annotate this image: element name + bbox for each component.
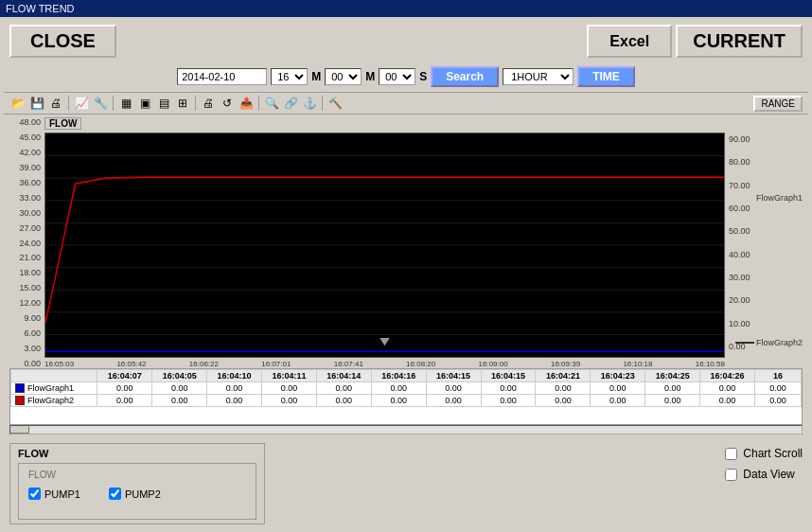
data-view-label: Data View [743,468,794,481]
table-header-t12: 16:04:26 [700,370,755,382]
main-container: CLOSE Excel CURRENT 16 M 00 M 00 S Searc… [0,17,812,532]
date-input[interactable] [177,68,267,85]
separator3 [195,96,196,111]
settings-icon[interactable]: 🔧 [92,95,109,112]
data-table-container: 16:04:07 16:04:05 16:04:10 16:04:11 16:0… [9,368,803,425]
flow-group-title: FLOW [18,448,256,459]
pump2-checkbox[interactable] [109,488,121,500]
pump2-label: PUMP2 [125,488,161,500]
y-axis-left: 48.00 45.00 42.00 39.00 36.00 33.00 30.0… [9,117,43,368]
print-icon[interactable]: 🖨 [47,95,64,112]
data-view-option: Data View [725,468,803,481]
table-header-t1: 16:04:07 [97,370,152,382]
open-icon[interactable]: 📂 [9,95,26,112]
scrollbar-thumb[interactable] [10,426,29,434]
chart-area: 48.00 45.00 42.00 39.00 36.00 33.00 30.0… [9,117,803,368]
minute-select[interactable]: 00 [325,68,362,85]
toolbar: 📂 💾 🖨 📈 🔧 ▦ ▣ ▤ ⊞ 🖨 ↺ 📤 🔍 🔗 ⚓ 🔨 RANGE [4,92,808,115]
link-icon[interactable]: 🔗 [282,95,299,112]
table-row-fg2: FlowGraph2 0.00 0.00 0.00 0.00 0.00 0.00… [11,395,802,407]
flow-inner-left: FLOW PUMP1 PUMP2 [28,470,161,500]
table-header-empty [11,370,97,382]
hour-select[interactable]: 16 [271,68,308,85]
flow-inner: FLOW PUMP1 PUMP2 [18,463,256,520]
refresh-icon[interactable]: ↺ [219,95,236,112]
right-options: Chart Scroll Data View [725,447,803,481]
y-axis-right: 90.00 80.00 70.00 60.00 50.00 40.00 30.0… [727,117,803,368]
table-header-t2: 16:04:05 [152,370,207,382]
save-icon[interactable]: 💾 [28,95,45,112]
second-select[interactable]: 00 [379,68,415,85]
range-button[interactable]: RANGE [753,96,803,112]
top-bar: CLOSE Excel CURRENT [4,21,808,62]
wrench-icon[interactable]: 🔨 [327,95,344,112]
table-header-t6: 16:04:16 [371,370,426,382]
second-label: S [419,70,427,83]
data-view-checkbox[interactable] [725,469,737,481]
pump1-checkbox-label[interactable]: PUMP1 [28,488,80,500]
separator4 [258,96,259,111]
search-bar: 16 M 00 M 00 S Search 1HOUR 30MIN 1DAY T… [4,64,808,89]
bar-chart-icon[interactable]: ▣ [136,95,153,112]
flow-inner-title: FLOW [28,470,161,480]
chart-label: FLOW [44,117,81,130]
search-button[interactable]: Search [431,66,499,87]
chart-scroll-label: Chart Scroll [743,447,803,460]
table-header-t8: 16:04:15 [481,370,536,382]
table-header-t7: 16:04:15 [426,370,481,382]
flow-group: FLOW FLOW PUMP1 PUMP2 [9,443,265,524]
pump1-checkbox[interactable] [28,488,41,500]
interval-select[interactable]: 1HOUR 30MIN 1DAY [503,68,574,85]
table-header-t13: 16 [755,370,802,382]
flowgraph2-label: FlowGraph2 [735,338,803,347]
table-row-fg1: FlowGraph1 0.00 0.00 0.00 0.00 0.00 0.00… [11,382,802,395]
print2-icon[interactable]: 🖨 [200,95,217,112]
table-header-t4: 16:04:11 [262,370,317,382]
list-icon[interactable]: ▤ [155,95,172,112]
chart-scroll-option: Chart Scroll [725,447,803,460]
grid-icon[interactable]: ⊞ [174,95,191,112]
separator2 [113,96,114,111]
table-header-t5: 16:04:14 [316,370,371,382]
title-bar: FLOW TREND [0,0,812,17]
pump1-label: PUMP1 [44,488,80,500]
x-axis-labels: 16:05:03 16:05:42 16:06:22 16:07:01 16:0… [44,358,725,368]
title-label: FLOW TREND [6,3,75,14]
minute-label: M [365,70,375,83]
right-buttons: Excel CURRENT [587,25,803,58]
current-button[interactable]: CURRENT [676,25,803,58]
zoom-icon[interactable]: 🔍 [263,95,280,112]
chart-scroll-checkbox[interactable] [725,448,737,460]
horizontal-scrollbar[interactable] [9,425,803,434]
table-header-t11: 16:04:25 [645,370,700,382]
separator5 [322,96,323,111]
fg1-label-cell: FlowGraph1 [11,382,97,395]
hour-label: M [311,70,321,83]
fg2-label-cell: FlowGraph2 [11,395,97,407]
bottom-section: FLOW FLOW PUMP1 PUMP2 [4,439,808,528]
excel-button[interactable]: Excel [587,25,672,58]
fg2-color-box [15,396,25,405]
fg1-text: FlowGraph1 [27,383,74,393]
svg-marker-9 [380,338,390,346]
close-button[interactable]: CLOSE [9,25,116,58]
fg2-text: FlowGraph2 [27,396,74,405]
chart-line-icon[interactable]: 📈 [73,95,90,112]
table-header-t10: 16:04:23 [591,370,645,382]
chart-center: FLOW [44,117,725,368]
table-header-t9: 16:04:21 [536,370,591,382]
pump2-checkbox-label[interactable]: PUMP2 [109,488,161,500]
separator1 [68,96,69,111]
table-header-t3: 16:04:10 [207,370,262,382]
anchor-icon[interactable]: ⚓ [301,95,318,112]
data-table: 16:04:07 16:04:05 16:04:10 16:04:11 16:0… [10,369,802,407]
table-icon[interactable]: ▦ [117,95,134,112]
flowgraph1-label: FlowGraph1 [756,193,803,203]
fg1-color-box [15,383,25,393]
chart-canvas [44,133,725,358]
time-button[interactable]: TIME [577,66,635,87]
export-icon[interactable]: 📤 [238,95,255,112]
